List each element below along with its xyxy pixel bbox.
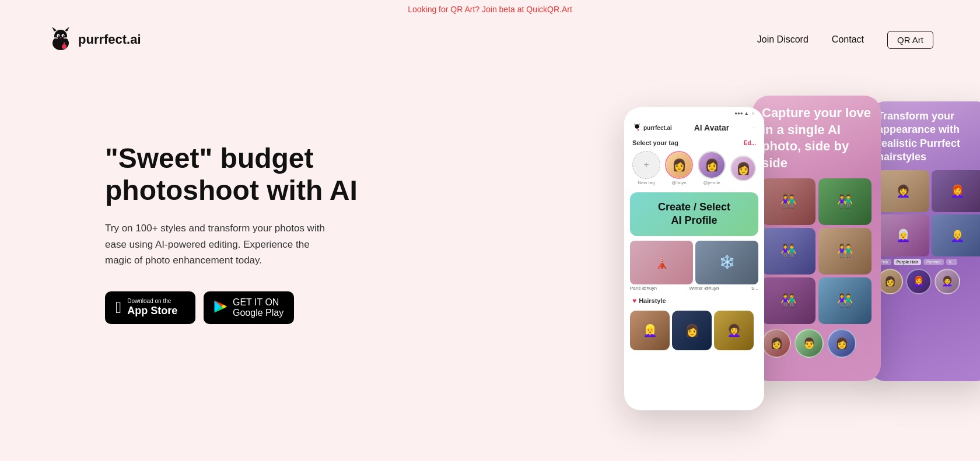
phone-avatar-2-img: 👩 (698, 151, 726, 179)
hero-content: "Sweet" budget photoshoot with AI Try on… (105, 96, 385, 324)
circle-avatar-3: 👩 (827, 329, 856, 358)
svg-marker-2 (52, 27, 57, 31)
phone-avatar-1-img: 👩 (665, 151, 693, 179)
phone-cta-line1: Create / Select (639, 200, 749, 214)
logo-text: purrfect.ai (78, 32, 141, 47)
hairstyle-photo-1: 👱‍♀️ (630, 311, 670, 350)
hair-grid: 👩‍🦱 👩‍🦰 👩‍🦳 👩‍🦲 (877, 170, 980, 256)
photo-caption-1: Paris @huyn (630, 286, 657, 291)
mid-phone-title: Capture your love in a single AI photo, … (762, 105, 872, 171)
phone-spacer: ⋯ (751, 125, 756, 131)
hair-label-purple: Purple Hair (894, 259, 921, 265)
phone-tag-row: + New tag 👩 @huyn 👩 (624, 149, 764, 188)
hero-subtitle: Try on 100+ styles and transform your ph… (105, 220, 338, 268)
nav-contact[interactable]: Contact (832, 34, 864, 45)
phone-cta-banner: Create / Select AI Profile (630, 192, 758, 236)
phone-hairstyle-row: 👱‍♀️ 👩 👩‍🦱 (624, 307, 764, 354)
nav-join-discord[interactable]: Join Discord (757, 34, 808, 45)
right-phone-title: Transform your appearance with realistic… (877, 110, 980, 164)
photo-paris: 🗼 (630, 241, 693, 284)
app-store-top-text: Download on the (127, 298, 177, 305)
phone-cta-line2: AI Profile (639, 214, 749, 227)
phone-avatar-3-img: 👩 (730, 156, 756, 181)
couple-photo-5: 👫 (762, 277, 816, 324)
phone-photo-1: 🗼 (630, 241, 693, 284)
hair-photo-4: 👩‍🦲 (932, 214, 980, 256)
cat-logo-icon (47, 26, 75, 54)
app-store-bottom-text: App Store (127, 305, 177, 318)
top-banner: Looking for QR Art? Join beta at QuickQR… (0, 0, 980, 19)
svg-point-7 (63, 36, 64, 37)
phone-mid: Capture your love in a single AI photo, … (752, 96, 881, 381)
app-store-button[interactable]:  Download on the App Store (105, 291, 195, 324)
phone-photo-2: ❄️ (695, 241, 758, 284)
couple-grid: 👫 👫 👫 👫 👫 👫 (762, 178, 872, 324)
hairstyle-icon: ♥ (632, 297, 636, 305)
app-buttons:  Download on the App Store G (105, 291, 385, 324)
google-play-bottom-text: Google Play (233, 308, 284, 318)
phone-main: ●●● ▲ ◽ purrfect.ai AI Avatar ⋯ (624, 107, 764, 410)
right-phone-content: Transform your appearance with realistic… (869, 101, 980, 381)
couple-photo-6: 👫 (818, 277, 872, 324)
svg-point-13 (62, 44, 66, 49)
avatar-3: 👩 (732, 157, 755, 180)
svg-point-18 (638, 129, 639, 131)
phone-new-tag: + New tag (632, 151, 660, 185)
circle-avatar-2: 👨 (794, 329, 824, 358)
hero-section: "Sweet" budget photoshoot with AI Try on… (0, 61, 980, 445)
avatar-girl2: 👩 (699, 152, 724, 178)
phone-avatar-2-label: @jennie (703, 180, 720, 185)
photo-winter: ❄️ (695, 241, 758, 284)
phone-hairstyle-section: ♥ Hairstyle (624, 292, 764, 307)
svg-point-8 (60, 37, 62, 38)
hair-photo-1: 👩‍🦱 (877, 170, 929, 212)
svg-marker-3 (65, 27, 69, 31)
phone-photo-captions: Paris @huyn Winter @huyn S... (624, 284, 764, 292)
phone-avatar-2: 👩 @jennie (698, 151, 726, 185)
phone-ai-avatar-title: AI Avatar (694, 123, 729, 132)
small-circle-3: 👩‍🦱 (935, 269, 960, 294)
google-play-text: GET IT ON Google Play (233, 297, 284, 318)
hair-labels: Pink Purple Hair Permed V... (877, 259, 980, 265)
phone-avatar-1: 👩 @huyn (665, 151, 693, 185)
hero-title: "Sweet" budget photoshoot with AI (105, 142, 385, 206)
svg-point-15 (635, 124, 639, 128)
phone-mockups: ●●● ▲ ◽ purrfect.ai AI Avatar ⋯ (624, 96, 980, 410)
hair-label-permed: Permed (923, 259, 944, 265)
google-play-icon (214, 300, 227, 316)
phone-new-tag-label: New tag (638, 180, 654, 185)
hair-photo-2: 👩‍🦰 (932, 170, 980, 212)
logo-link[interactable]: purrfect.ai (47, 26, 141, 54)
phone-photos-grid: 🗼 ❄️ (624, 241, 764, 284)
hair-label-v: V... (946, 259, 958, 265)
hair-photo-3: 👩‍🦳 (877, 214, 929, 256)
phone-edit-tag[interactable]: Ed... (744, 140, 756, 146)
svg-marker-17 (638, 124, 640, 125)
hairstyle-label: ♥ Hairstyle (632, 297, 756, 305)
small-circle-2: 👩‍🦰 (906, 269, 932, 294)
nav-qr-art-button[interactable]: QR Art (887, 31, 933, 49)
couple-photo-2: 👫 (818, 178, 872, 225)
phone-right: Transform your appearance with realistic… (869, 101, 980, 381)
svg-point-6 (58, 36, 60, 37)
nav-links: Join Discord Contact QR Art (757, 31, 933, 49)
small-circle-row: 👩 👩‍🦰 👩‍🦱 (877, 269, 980, 294)
navbar: purrfect.ai Join Discord Contact QR Art (0, 19, 980, 61)
phone-screen: ●●● ▲ ◽ purrfect.ai AI Avatar ⋯ (624, 107, 764, 410)
photo-caption-2: Winter @huyn (690, 286, 719, 291)
phone-section-label: Select your tag (632, 139, 678, 146)
hairstyle-photo-3: 👩‍🦱 (714, 311, 754, 350)
google-play-button[interactable]: GET IT ON Google Play (204, 291, 294, 324)
hairstyle-photo-2: 👩 (672, 311, 712, 350)
banner-text: Looking for QR Art? Join beta at QuickQR… (408, 5, 572, 14)
couple-photo-4: 👫 (818, 228, 872, 275)
phone-status: ●●● ▲ ◽ (734, 111, 756, 116)
small-circle-1: 👩 (877, 269, 903, 294)
couple-photo-1: 👫 (762, 178, 816, 225)
phone-avatar-1-label: @huyn (671, 180, 686, 185)
svg-point-1 (54, 30, 67, 43)
hairstyle-text: Hairstyle (639, 297, 666, 304)
couple-photo-3: 👫 (762, 228, 816, 275)
svg-marker-16 (634, 124, 636, 125)
google-play-top-text: GET IT ON (233, 297, 284, 308)
